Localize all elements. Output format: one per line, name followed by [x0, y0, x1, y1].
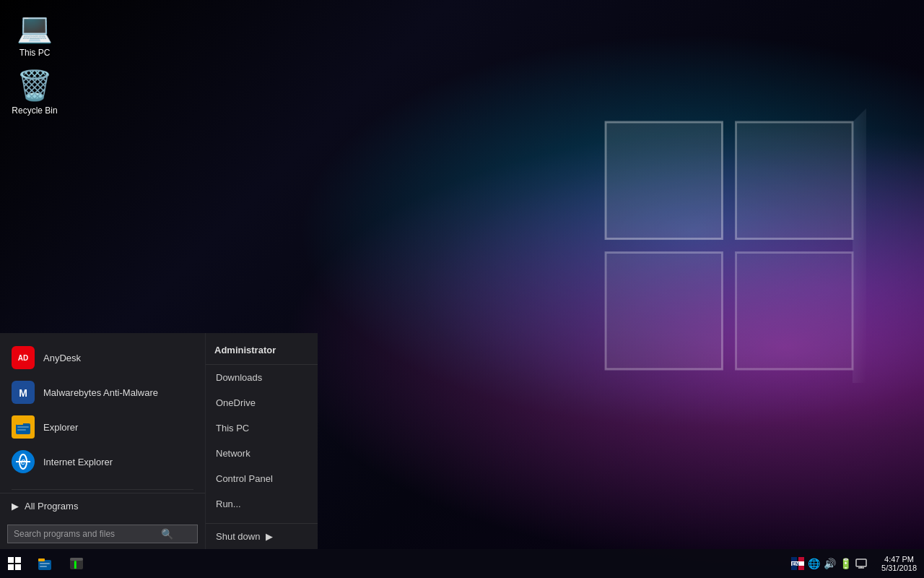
taskbar-right-area: EN 🌐 🔊 🔋 4:47 PM 5/31/2018 — [785, 549, 924, 578]
svg-marker-4 — [853, 108, 866, 383]
start-menu-user: Administrator — [206, 333, 318, 365]
svg-rect-10 — [16, 423, 30, 434]
svg-marker-0 — [606, 122, 723, 239]
search-programs-input[interactable] — [14, 529, 158, 539]
svg-marker-2 — [606, 253, 723, 370]
taskbar-clock[interactable]: 4:47 PM 5/31/2018 — [874, 549, 924, 578]
taskbar: ▐ EN 🌐 🔊 🔋 — [0, 549, 924, 578]
explorer-icon — [12, 415, 35, 439]
start-right-run[interactable]: Run... — [206, 491, 318, 517]
anydesk-icon: AD — [12, 346, 35, 369]
svg-rect-18 — [8, 557, 14, 563]
tray-volume-icon[interactable]: 🔊 — [822, 556, 837, 571]
all-programs-arrow-icon: ▶ — [12, 501, 19, 512]
svg-rect-19 — [15, 557, 21, 563]
svg-text:M: M — [19, 387, 27, 399]
svg-text:▐: ▐ — [72, 561, 77, 569]
start-app-malwarebytes[interactable]: M Malwarebytes Anti-Malware — [0, 375, 205, 410]
svg-rect-21 — [15, 564, 21, 570]
start-menu-right-panel: Administrator Downloads OneDrive This PC… — [206, 333, 318, 549]
taskbar-terminal-button[interactable]: ▐ — [61, 549, 92, 578]
start-apps-list: AD AnyDesk M Malwarebytes Anti-Malware — [0, 333, 205, 486]
svg-rect-11 — [16, 422, 23, 425]
explorer-label: Explorer — [43, 422, 78, 433]
all-programs-button[interactable]: ▶ All Programs — [0, 493, 205, 519]
tray-battery-icon[interactable]: 🔋 — [838, 556, 853, 571]
taskbar-file-explorer-button[interactable] — [29, 549, 61, 578]
start-right-network[interactable]: Network — [206, 441, 318, 466]
tray-action-center-icon[interactable] — [854, 556, 868, 571]
clock-date: 5/31/2018 — [881, 564, 917, 572]
this-pc-desktop-icon[interactable]: 💻 This PC — [6, 7, 64, 61]
start-right-control-panel[interactable]: Control Panel — [206, 466, 318, 491]
start-menu-right-items: Downloads OneDrive This PC Network Contr… — [206, 365, 318, 523]
recycle-bin-desktop-icon[interactable]: 🗑️ Recycle Bin — [6, 65, 64, 118]
start-app-ie[interactable]: e Internet Explorer — [0, 444, 205, 479]
ie-icon: e — [12, 450, 35, 473]
tray-language-icon[interactable]: EN — [790, 556, 805, 571]
svg-marker-3 — [736, 253, 853, 370]
svg-rect-33 — [856, 559, 866, 566]
recycle-bin-label: Recycle Bin — [12, 105, 57, 116]
start-search-box[interactable]: 🔍 — [7, 525, 198, 543]
malwarebytes-icon: M — [12, 381, 35, 404]
shutdown-label: Shut down — [216, 531, 260, 542]
svg-rect-22 — [38, 560, 51, 570]
system-tray: EN 🌐 🔊 🔋 — [785, 556, 874, 571]
windows-logo — [592, 108, 866, 383]
start-right-downloads[interactable]: Downloads — [206, 365, 318, 390]
anydesk-label: AnyDesk — [43, 353, 81, 363]
start-right-onedrive[interactable]: OneDrive — [206, 390, 318, 415]
svg-rect-24 — [40, 563, 50, 564]
tray-network-icon[interactable]: 🌐 — [806, 556, 821, 571]
start-app-anydesk[interactable]: AD AnyDesk — [0, 340, 205, 375]
svg-rect-12 — [17, 426, 29, 428]
start-right-this-pc[interactable]: This PC — [206, 415, 318, 441]
svg-rect-23 — [38, 558, 45, 561]
desktop: 💻 This PC 🗑️ Recycle Bin AD — [0, 0, 924, 578]
start-menu-left-panel: AD AnyDesk M Malwarebytes Anti-Malware — [0, 333, 206, 549]
shutdown-button[interactable]: Shut down ▶ — [206, 523, 318, 549]
ie-label: Internet Explorer — [43, 457, 113, 467]
recycle-bin-icon: 🗑️ — [17, 68, 52, 103]
clock-time: 4:47 PM — [884, 555, 914, 564]
svg-text:EN: EN — [792, 561, 799, 566]
svg-rect-20 — [8, 564, 14, 570]
svg-marker-1 — [736, 122, 853, 239]
svg-rect-27 — [70, 558, 83, 561]
shutdown-arrow-icon: ▶ — [266, 531, 273, 542]
svg-rect-13 — [17, 429, 26, 431]
malwarebytes-label: Malwarebytes Anti-Malware — [43, 387, 158, 398]
search-icon: 🔍 — [161, 528, 173, 540]
taskbar-pinned-apps: ▐ — [29, 549, 92, 578]
all-programs-label: All Programs — [25, 501, 78, 512]
this-pc-label: This PC — [19, 48, 51, 58]
start-app-explorer[interactable]: Explorer — [0, 410, 205, 444]
svg-text:e: e — [21, 457, 26, 467]
this-pc-icon: 💻 — [17, 10, 52, 45]
start-menu: AD AnyDesk M Malwarebytes Anti-Malware — [0, 333, 318, 549]
svg-rect-25 — [40, 566, 47, 567]
start-menu-divider — [12, 489, 193, 490]
start-button[interactable] — [0, 549, 29, 578]
svg-text:AD: AD — [18, 354, 28, 362]
